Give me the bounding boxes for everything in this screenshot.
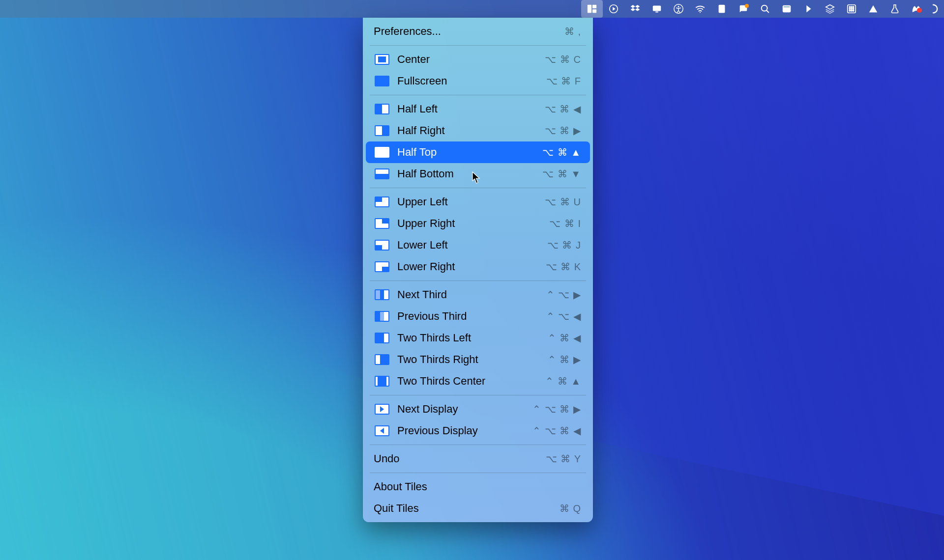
menu-separator bbox=[370, 445, 586, 445]
svg-rect-4 bbox=[653, 6, 661, 11]
tile-center-icon bbox=[374, 53, 390, 66]
tile-two-thirds-right-icon bbox=[374, 353, 390, 366]
menu-separator bbox=[370, 473, 586, 473]
display-icon[interactable] bbox=[646, 0, 668, 18]
flask-icon[interactable] bbox=[884, 0, 906, 18]
menu-upper-right[interactable]: Upper Right ⌥ ⌘ I bbox=[363, 213, 593, 234]
tile-half-bottom-icon bbox=[374, 168, 390, 180]
menu-shortcut: ⌃ ⌘ ◀ bbox=[548, 332, 581, 344]
menu-label: Two Thirds Center bbox=[397, 375, 538, 388]
menu-label: Half Left bbox=[397, 103, 538, 115]
tile-next-third-icon bbox=[374, 288, 390, 301]
menu-shortcut: ⌥ ⌘ U bbox=[545, 196, 581, 208]
menu-shortcut: ⌥ ⌘ C bbox=[545, 54, 581, 65]
menu-lower-right[interactable]: Lower Right ⌥ ⌘ K bbox=[363, 256, 593, 278]
document-icon[interactable] bbox=[711, 0, 733, 18]
tile-prev-third-icon bbox=[374, 310, 390, 323]
svg-point-19 bbox=[851, 10, 852, 11]
menu-label: Half Top bbox=[397, 146, 535, 159]
play-circle-icon[interactable] bbox=[603, 0, 624, 18]
partial-circle-icon[interactable] bbox=[927, 0, 939, 18]
svg-rect-9 bbox=[719, 5, 725, 13]
menu-center[interactable]: Center ⌥ ⌘ C bbox=[363, 49, 593, 70]
wifi-icon[interactable] bbox=[689, 0, 711, 18]
malwarebytes-icon[interactable] bbox=[906, 0, 927, 18]
menu-shortcut: ⌘ Q bbox=[560, 503, 581, 514]
tiles-menubar-icon[interactable] bbox=[581, 0, 603, 18]
menu-next-third[interactable]: Next Third ⌃ ⌥ ▶ bbox=[363, 284, 593, 306]
menu-shortcut: ⌘ , bbox=[564, 26, 581, 37]
menu-label: Previous Third bbox=[397, 310, 539, 323]
tile-upper-right-icon bbox=[374, 217, 390, 230]
svg-point-14 bbox=[853, 6, 854, 7]
menu-undo[interactable]: Undo ⌥ ⌘ Y bbox=[363, 448, 593, 470]
menu-previous-display[interactable]: Previous Display ⌃ ⌥ ⌘ ◀ bbox=[363, 420, 593, 442]
svg-rect-2 bbox=[592, 9, 596, 13]
svg-rect-5 bbox=[655, 12, 658, 13]
menu-label: Undo bbox=[374, 452, 539, 465]
dropbox-icon[interactable] bbox=[624, 0, 646, 18]
mac-menubar bbox=[0, 0, 944, 18]
menu-shortcut: ⌥ ⌘ F bbox=[546, 75, 581, 87]
next-display-icon bbox=[374, 403, 390, 416]
menu-shortcut: ⌃ ⌥ ▶ bbox=[546, 289, 581, 301]
menu-label: Quit Tiles bbox=[374, 502, 553, 515]
accessibility-icon[interactable] bbox=[668, 0, 689, 18]
menu-fullscreen[interactable]: Fullscreen ⌥ ⌘ F bbox=[363, 70, 593, 92]
menu-half-bottom[interactable]: Half Bottom ⌥ ⌘ ▼ bbox=[363, 163, 593, 185]
menu-two-thirds-center[interactable]: Two Thirds Center ⌃ ⌘ ▲ bbox=[363, 370, 593, 392]
menu-shortcut: ⌃ ⌥ ⌘ ◀ bbox=[532, 425, 581, 437]
menu-half-right[interactable]: Half Right ⌥ ⌘ ▶ bbox=[363, 120, 593, 141]
tile-two-thirds-center-icon bbox=[374, 375, 390, 388]
menu-shortcut: ⌃ ⌥ ◀ bbox=[546, 310, 581, 322]
svg-point-18 bbox=[849, 10, 850, 11]
menu-preferences[interactable]: Preferences... ⌘ , bbox=[363, 21, 593, 42]
svg-point-12 bbox=[849, 6, 850, 7]
menu-shortcut: ⌥ ⌘ ▶ bbox=[545, 125, 581, 137]
menu-label: Upper Left bbox=[397, 196, 538, 208]
menu-label: Half Right bbox=[397, 124, 538, 137]
menu-separator bbox=[370, 395, 586, 395]
svg-point-8 bbox=[700, 12, 701, 13]
menu-label: Preferences... bbox=[374, 25, 558, 38]
menu-label: Center bbox=[397, 53, 538, 66]
notification-bell-icon[interactable] bbox=[733, 0, 754, 18]
menu-quit[interactable]: Quit Tiles ⌘ Q bbox=[363, 498, 593, 519]
menu-about[interactable]: About Tiles bbox=[363, 476, 593, 498]
tile-half-top-icon bbox=[374, 146, 390, 159]
grid-icon[interactable] bbox=[841, 0, 862, 18]
menu-label: About Tiles bbox=[374, 480, 574, 493]
menu-next-display[interactable]: Next Display ⌃ ⌥ ⌘ ▶ bbox=[363, 398, 593, 420]
menu-shortcut: ⌥ ⌘ K bbox=[546, 261, 581, 273]
menu-previous-third[interactable]: Previous Third ⌃ ⌥ ◀ bbox=[363, 306, 593, 327]
tiles-dropdown-menu: Preferences... ⌘ , Center ⌥ ⌘ C Fullscre… bbox=[363, 18, 593, 522]
menu-half-left[interactable]: Half Left ⌥ ⌘ ◀ bbox=[363, 98, 593, 120]
menu-separator bbox=[370, 280, 586, 281]
menu-label: Next Display bbox=[397, 403, 526, 416]
menu-two-thirds-left[interactable]: Two Thirds Left ⌃ ⌘ ◀ bbox=[363, 327, 593, 349]
layers-icon[interactable] bbox=[819, 0, 841, 18]
tile-half-left-icon bbox=[374, 103, 390, 115]
menu-half-top[interactable]: Half Top ⌥ ⌘ ▲ bbox=[366, 141, 590, 163]
menu-shortcut: ⌥ ⌘ ◀ bbox=[545, 103, 581, 115]
mail-icon[interactable] bbox=[776, 0, 797, 18]
menu-label: Lower Right bbox=[397, 260, 539, 273]
tile-lower-left-icon bbox=[374, 239, 390, 252]
menu-lower-left[interactable]: Lower Left ⌥ ⌘ J bbox=[363, 234, 593, 256]
prev-display-icon bbox=[374, 424, 390, 437]
chevron-right-icon[interactable] bbox=[797, 0, 819, 18]
menu-shortcut: ⌥ ⌘ J bbox=[547, 239, 581, 251]
search-icon[interactable] bbox=[754, 0, 776, 18]
tile-two-thirds-left-icon bbox=[374, 332, 390, 344]
svg-point-16 bbox=[851, 8, 852, 9]
menu-shortcut: ⌃ ⌘ ▲ bbox=[545, 375, 581, 387]
svg-rect-0 bbox=[588, 5, 591, 13]
menu-shortcut: ⌥ ⌘ ▼ bbox=[542, 168, 581, 180]
svg-point-17 bbox=[853, 8, 854, 9]
menu-two-thirds-right[interactable]: Two Thirds Right ⌃ ⌘ ▶ bbox=[363, 349, 593, 370]
menu-shortcut: ⌥ ⌘ ▲ bbox=[542, 146, 581, 158]
svg-point-13 bbox=[851, 6, 852, 7]
triangle-icon[interactable] bbox=[862, 0, 884, 18]
menu-upper-left[interactable]: Upper Left ⌥ ⌘ U bbox=[363, 191, 593, 213]
menu-label: Half Bottom bbox=[397, 168, 535, 180]
